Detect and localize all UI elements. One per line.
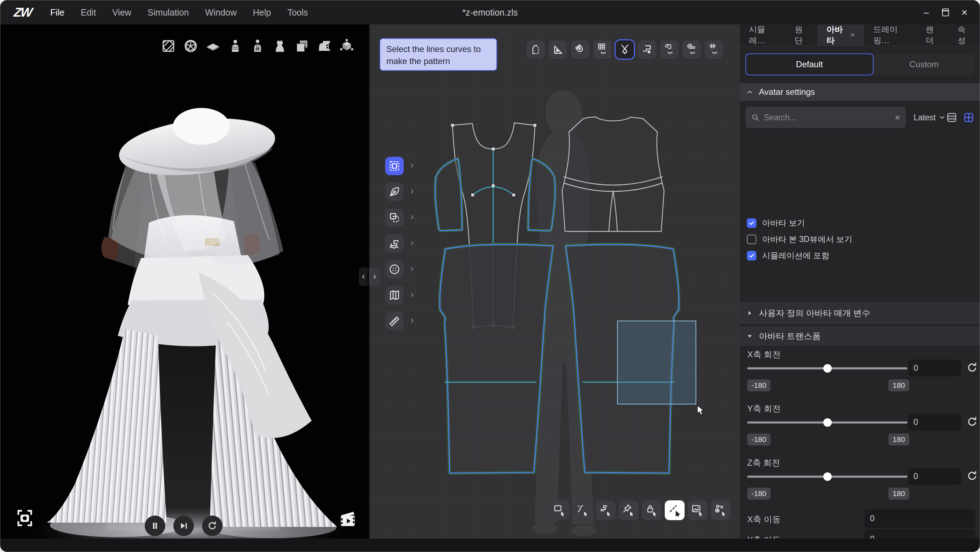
gizmo-cube-icon[interactable] bbox=[339, 35, 355, 57]
mouse-cursor bbox=[695, 404, 707, 416]
chevron-right-icon[interactable] bbox=[409, 240, 416, 247]
duplicate-tool-icon[interactable] bbox=[385, 208, 404, 227]
tab-close-icon[interactable]: × bbox=[850, 30, 855, 40]
select-texture-icon[interactable] bbox=[688, 500, 708, 520]
expand-2d-button[interactable] bbox=[369, 267, 380, 286]
menu-help[interactable]: Help bbox=[245, 5, 279, 21]
ruler-tool-icon[interactable] bbox=[385, 312, 404, 330]
z-rotation-value[interactable] bbox=[908, 468, 961, 485]
reset-icon[interactable] bbox=[966, 470, 978, 482]
maximize-button[interactable] bbox=[940, 7, 951, 18]
y-rotation-value[interactable] bbox=[908, 414, 961, 431]
chevron-right-icon[interactable] bbox=[409, 188, 416, 195]
search-clear-icon[interactable]: × bbox=[895, 112, 900, 123]
checkbox-show-avatar[interactable]: 아바타 보기 bbox=[747, 215, 975, 231]
fabric-layers-icon[interactable] bbox=[294, 35, 310, 57]
checkbox-show-bones[interactable]: 아바타 본 3D뷰에서 보기 bbox=[747, 231, 975, 247]
menu-edit[interactable]: Edit bbox=[73, 5, 104, 21]
video-record-icon[interactable] bbox=[337, 509, 358, 529]
slider-thumb[interactable] bbox=[823, 418, 832, 427]
tab-render[interactable]: 렌더 bbox=[916, 24, 948, 46]
search-box[interactable]: × bbox=[745, 107, 906, 128]
reset-icon[interactable] bbox=[966, 362, 978, 374]
slider-thumb[interactable] bbox=[823, 472, 832, 481]
garment-icon[interactable] bbox=[272, 35, 288, 57]
avatar-settings-header[interactable]: Avatar settings bbox=[740, 83, 980, 101]
cut-tool-icon[interactable] bbox=[616, 40, 634, 59]
select-lock-icon[interactable] bbox=[642, 500, 662, 520]
pattern-editor-2d[interactable]: Select the lines curves to make the patt… bbox=[369, 24, 740, 552]
step-forward-button[interactable] bbox=[173, 515, 194, 536]
checkbox-include-simulation[interactable]: 시뮬레이션에 포함 bbox=[747, 247, 975, 264]
chevron-right-icon[interactable] bbox=[409, 214, 416, 221]
menu-tools[interactable]: Tools bbox=[279, 5, 316, 21]
tab-draping[interactable]: 드레이핑… bbox=[864, 24, 916, 46]
seam-offset-icon[interactable] bbox=[638, 40, 656, 59]
notch-grid-visibility-icon[interactable] bbox=[705, 40, 723, 59]
grid-view-icon[interactable] bbox=[963, 111, 975, 124]
tab-properties[interactable]: 속성 bbox=[948, 24, 980, 46]
section-avatar-transform[interactable]: 아바타 트랜스폼 bbox=[740, 327, 980, 345]
tab-avatar[interactable]: 아바타× bbox=[817, 24, 864, 46]
chevron-right-icon[interactable] bbox=[409, 266, 416, 272]
z-rotation-group: Z축 회전 -180 180 bbox=[740, 457, 980, 510]
checkbox-checked-icon[interactable] bbox=[747, 251, 756, 261]
sewing-tool-icon[interactable] bbox=[385, 234, 404, 253]
menu-simulation[interactable]: Simulation bbox=[139, 5, 197, 21]
menu-file[interactable]: File bbox=[42, 5, 73, 21]
select-line-icon[interactable] bbox=[665, 500, 684, 520]
close-button[interactable]: × bbox=[959, 7, 970, 18]
fabric-roll-visibility-icon[interactable] bbox=[660, 40, 679, 59]
chevron-right-icon[interactable] bbox=[409, 317, 416, 324]
viewport-3d[interactable] bbox=[0, 24, 369, 552]
checkbox-checked-icon[interactable] bbox=[747, 218, 756, 228]
chevron-right-icon[interactable] bbox=[409, 291, 416, 298]
pen-tool-icon[interactable] bbox=[385, 183, 404, 201]
minimize-button[interactable]: – bbox=[921, 7, 932, 18]
select-pattern-icon[interactable] bbox=[550, 500, 570, 520]
search-input[interactable] bbox=[764, 113, 891, 122]
select-curve-icon[interactable] bbox=[573, 500, 593, 520]
x-rotation-slider[interactable] bbox=[747, 367, 907, 369]
preset-default-button[interactable]: Default bbox=[745, 53, 873, 75]
panel-divider[interactable] bbox=[368, 24, 370, 552]
tab-simulation[interactable]: 시뮬레… bbox=[740, 24, 786, 46]
menu-window[interactable]: Window bbox=[197, 5, 245, 21]
grid-visibility-icon[interactable] bbox=[593, 40, 612, 59]
set-square-icon[interactable] bbox=[549, 40, 567, 59]
chevron-right-icon[interactable] bbox=[409, 162, 416, 169]
x-translate-value[interactable] bbox=[864, 509, 975, 528]
select-seam-icon[interactable] bbox=[596, 500, 616, 520]
slider-thumb[interactable] bbox=[823, 364, 832, 372]
z-rotation-slider[interactable] bbox=[747, 476, 907, 478]
loop-button[interactable] bbox=[202, 515, 223, 536]
pause-button[interactable] bbox=[145, 515, 165, 536]
menu-view[interactable]: View bbox=[104, 5, 139, 21]
x-rotation-value[interactable] bbox=[908, 360, 961, 377]
tab-fabric[interactable]: 원단 bbox=[786, 24, 817, 46]
y-rotation-slider[interactable] bbox=[747, 422, 907, 423]
select-tool-icon[interactable] bbox=[385, 157, 404, 175]
wireframe-sphere-icon[interactable] bbox=[183, 35, 199, 57]
avatar-lock-icon[interactable] bbox=[250, 35, 266, 57]
collapse-3d-button[interactable] bbox=[359, 267, 368, 286]
checkbox-unchecked-icon[interactable] bbox=[747, 235, 756, 244]
select-fastener-icon[interactable] bbox=[711, 500, 730, 520]
sewing-machine-icon[interactable] bbox=[316, 35, 332, 57]
ground-plane-icon[interactable] bbox=[205, 35, 221, 57]
reset-icon[interactable] bbox=[966, 416, 978, 428]
select-pin-icon[interactable] bbox=[619, 500, 639, 520]
magnet-snap-icon[interactable] bbox=[571, 40, 589, 59]
mesh-quality-icon[interactable] bbox=[160, 35, 177, 57]
button-tool-icon[interactable] bbox=[385, 260, 404, 278]
fold-tool-icon[interactable] bbox=[385, 286, 404, 304]
measure-visibility-icon[interactable] bbox=[682, 40, 701, 59]
avatar-measure-icon[interactable] bbox=[227, 35, 243, 57]
list-view-icon[interactable] bbox=[946, 111, 958, 124]
preset-custom-button[interactable]: Custom bbox=[873, 53, 975, 75]
pattern-trace-icon[interactable] bbox=[527, 40, 545, 59]
view-toggles bbox=[946, 111, 975, 124]
section-custom-avatar-params[interactable]: 사용자 정의 아바타 매개 변수 bbox=[740, 302, 980, 324]
camera-capture-icon[interactable] bbox=[14, 508, 35, 528]
sort-dropdown[interactable]: Latest bbox=[913, 113, 946, 122]
